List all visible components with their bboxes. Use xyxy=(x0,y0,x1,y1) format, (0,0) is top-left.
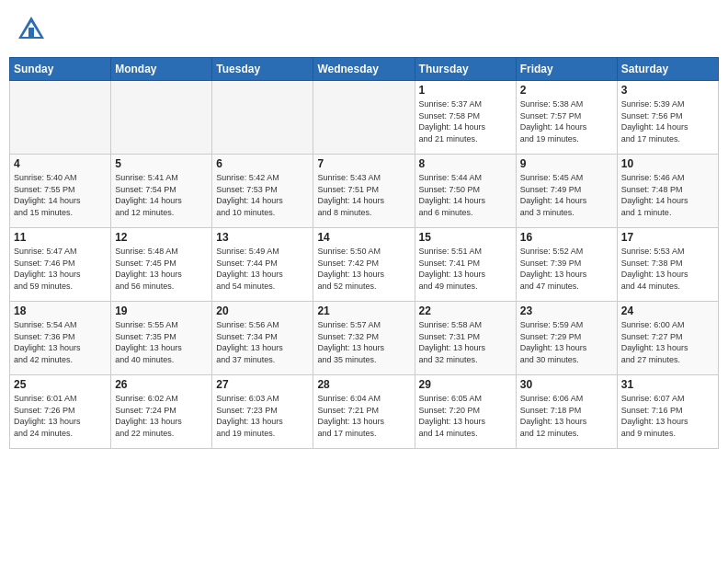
day-number: 27 xyxy=(216,378,309,391)
day-info: Sunrise: 6:03 AM Sunset: 7:23 PM Dayligh… xyxy=(216,393,309,439)
calendar-cell: 28Sunrise: 6:04 AM Sunset: 7:21 PM Dayli… xyxy=(313,375,415,449)
day-number: 12 xyxy=(115,231,208,244)
weekday-header-sunday: Sunday xyxy=(10,58,111,81)
calendar-cell: 22Sunrise: 5:58 AM Sunset: 7:31 PM Dayli… xyxy=(415,302,516,375)
day-info: Sunrise: 6:05 AM Sunset: 7:20 PM Dayligh… xyxy=(419,393,512,439)
weekday-header-wednesday: Wednesday xyxy=(313,58,415,81)
day-number: 25 xyxy=(14,378,107,391)
day-info: Sunrise: 5:46 AM Sunset: 7:48 PM Dayligh… xyxy=(621,172,714,218)
day-number: 30 xyxy=(520,378,613,391)
calendar-cell: 31Sunrise: 6:07 AM Sunset: 7:16 PM Dayli… xyxy=(617,375,718,449)
calendar-cell: 12Sunrise: 5:48 AM Sunset: 7:45 PM Dayli… xyxy=(111,228,212,302)
day-info: Sunrise: 5:53 AM Sunset: 7:38 PM Dayligh… xyxy=(621,246,714,292)
calendar-cell: 24Sunrise: 6:00 AM Sunset: 7:27 PM Dayli… xyxy=(617,302,718,375)
day-info: Sunrise: 5:59 AM Sunset: 7:29 PM Dayligh… xyxy=(520,319,613,365)
day-number: 29 xyxy=(419,378,512,391)
calendar-cell: 26Sunrise: 6:02 AM Sunset: 7:24 PM Dayli… xyxy=(111,375,212,449)
calendar-cell: 27Sunrise: 6:03 AM Sunset: 7:23 PM Dayli… xyxy=(212,375,313,449)
day-number: 2 xyxy=(520,84,613,97)
weekday-header-tuesday: Tuesday xyxy=(212,58,313,81)
day-info: Sunrise: 5:41 AM Sunset: 7:54 PM Dayligh… xyxy=(115,172,208,218)
day-info: Sunrise: 6:02 AM Sunset: 7:24 PM Dayligh… xyxy=(115,393,208,439)
day-info: Sunrise: 5:49 AM Sunset: 7:44 PM Dayligh… xyxy=(216,246,309,292)
day-number: 5 xyxy=(115,157,208,170)
calendar-cell: 10Sunrise: 5:46 AM Sunset: 7:48 PM Dayli… xyxy=(617,155,718,228)
week-row-4: 18Sunrise: 5:54 AM Sunset: 7:36 PM Dayli… xyxy=(10,302,719,375)
calendar-cell xyxy=(313,81,415,155)
header xyxy=(9,9,719,50)
day-info: Sunrise: 5:37 AM Sunset: 7:58 PM Dayligh… xyxy=(419,98,512,144)
calendar-cell: 7Sunrise: 5:43 AM Sunset: 7:51 PM Daylig… xyxy=(313,155,415,228)
day-number: 22 xyxy=(419,304,512,317)
calendar-cell: 9Sunrise: 5:45 AM Sunset: 7:49 PM Daylig… xyxy=(516,155,617,228)
day-number: 18 xyxy=(14,304,107,317)
calendar-cell: 3Sunrise: 5:39 AM Sunset: 7:56 PM Daylig… xyxy=(617,81,718,155)
calendar-cell: 8Sunrise: 5:44 AM Sunset: 7:50 PM Daylig… xyxy=(415,155,516,228)
day-info: Sunrise: 5:38 AM Sunset: 7:57 PM Dayligh… xyxy=(520,98,613,144)
day-number: 9 xyxy=(520,157,613,170)
day-number: 24 xyxy=(621,304,714,317)
day-info: Sunrise: 6:00 AM Sunset: 7:27 PM Dayligh… xyxy=(621,319,714,365)
weekday-header-friday: Friday xyxy=(516,58,617,81)
day-info: Sunrise: 5:48 AM Sunset: 7:45 PM Dayligh… xyxy=(115,246,208,292)
calendar-cell: 16Sunrise: 5:52 AM Sunset: 7:39 PM Dayli… xyxy=(516,228,617,302)
day-number: 26 xyxy=(115,378,208,391)
day-info: Sunrise: 6:07 AM Sunset: 7:16 PM Dayligh… xyxy=(621,393,714,439)
day-info: Sunrise: 5:43 AM Sunset: 7:51 PM Dayligh… xyxy=(317,172,410,218)
week-row-2: 4Sunrise: 5:40 AM Sunset: 7:55 PM Daylig… xyxy=(10,155,719,228)
weekday-header-monday: Monday xyxy=(111,58,212,81)
weekday-header-thursday: Thursday xyxy=(415,58,516,81)
calendar-cell: 23Sunrise: 5:59 AM Sunset: 7:29 PM Dayli… xyxy=(516,302,617,375)
calendar-cell xyxy=(111,81,212,155)
day-number: 15 xyxy=(419,231,512,244)
day-info: Sunrise: 5:51 AM Sunset: 7:41 PM Dayligh… xyxy=(419,246,512,292)
day-info: Sunrise: 5:45 AM Sunset: 7:49 PM Dayligh… xyxy=(520,172,613,218)
week-row-5: 25Sunrise: 6:01 AM Sunset: 7:26 PM Dayli… xyxy=(10,375,719,449)
day-number: 10 xyxy=(621,157,714,170)
day-info: Sunrise: 5:42 AM Sunset: 7:53 PM Dayligh… xyxy=(216,172,309,218)
day-info: Sunrise: 6:01 AM Sunset: 7:26 PM Dayligh… xyxy=(14,393,107,439)
day-info: Sunrise: 5:50 AM Sunset: 7:42 PM Dayligh… xyxy=(317,246,410,292)
day-number: 21 xyxy=(317,304,410,317)
day-number: 16 xyxy=(520,231,613,244)
day-info: Sunrise: 6:06 AM Sunset: 7:18 PM Dayligh… xyxy=(520,393,613,439)
week-row-1: 1Sunrise: 5:37 AM Sunset: 7:58 PM Daylig… xyxy=(10,81,719,155)
svg-rect-2 xyxy=(28,28,34,37)
day-number: 20 xyxy=(216,304,309,317)
day-number: 28 xyxy=(317,378,410,391)
calendar-cell: 25Sunrise: 6:01 AM Sunset: 7:26 PM Dayli… xyxy=(10,375,111,449)
day-number: 31 xyxy=(621,378,714,391)
day-info: Sunrise: 5:39 AM Sunset: 7:56 PM Dayligh… xyxy=(621,98,714,144)
calendar-cell: 20Sunrise: 5:56 AM Sunset: 7:34 PM Dayli… xyxy=(212,302,313,375)
day-info: Sunrise: 5:40 AM Sunset: 7:55 PM Dayligh… xyxy=(14,172,107,218)
calendar-cell: 30Sunrise: 6:06 AM Sunset: 7:18 PM Dayli… xyxy=(516,375,617,449)
calendar-cell: 17Sunrise: 5:53 AM Sunset: 7:38 PM Dayli… xyxy=(617,228,718,302)
day-info: Sunrise: 6:04 AM Sunset: 7:21 PM Dayligh… xyxy=(317,393,410,439)
calendar-cell: 29Sunrise: 6:05 AM Sunset: 7:20 PM Dayli… xyxy=(415,375,516,449)
weekday-header-row: SundayMondayTuesdayWednesdayThursdayFrid… xyxy=(10,58,719,81)
day-number: 23 xyxy=(520,304,613,317)
calendar-cell xyxy=(10,81,111,155)
calendar-cell: 5Sunrise: 5:41 AM Sunset: 7:54 PM Daylig… xyxy=(111,155,212,228)
day-number: 3 xyxy=(621,84,714,97)
day-number: 13 xyxy=(216,231,309,244)
calendar-table: SundayMondayTuesdayWednesdayThursdayFrid… xyxy=(9,57,719,449)
calendar-cell: 6Sunrise: 5:42 AM Sunset: 7:53 PM Daylig… xyxy=(212,155,313,228)
calendar-cell: 14Sunrise: 5:50 AM Sunset: 7:42 PM Dayli… xyxy=(313,228,415,302)
calendar-cell: 1Sunrise: 5:37 AM Sunset: 7:58 PM Daylig… xyxy=(415,81,516,155)
calendar-cell: 2Sunrise: 5:38 AM Sunset: 7:57 PM Daylig… xyxy=(516,81,617,155)
calendar-cell: 11Sunrise: 5:47 AM Sunset: 7:46 PM Dayli… xyxy=(10,228,111,302)
calendar-cell: 21Sunrise: 5:57 AM Sunset: 7:32 PM Dayli… xyxy=(313,302,415,375)
day-info: Sunrise: 5:55 AM Sunset: 7:35 PM Dayligh… xyxy=(115,319,208,365)
day-info: Sunrise: 5:54 AM Sunset: 7:36 PM Dayligh… xyxy=(14,319,107,365)
calendar-cell: 15Sunrise: 5:51 AM Sunset: 7:41 PM Dayli… xyxy=(415,228,516,302)
day-info: Sunrise: 5:58 AM Sunset: 7:31 PM Dayligh… xyxy=(419,319,512,365)
calendar-cell: 13Sunrise: 5:49 AM Sunset: 7:44 PM Dayli… xyxy=(212,228,313,302)
logo xyxy=(15,13,51,46)
calendar-cell: 19Sunrise: 5:55 AM Sunset: 7:35 PM Dayli… xyxy=(111,302,212,375)
week-row-3: 11Sunrise: 5:47 AM Sunset: 7:46 PM Dayli… xyxy=(10,228,719,302)
day-info: Sunrise: 5:44 AM Sunset: 7:50 PM Dayligh… xyxy=(419,172,512,218)
day-info: Sunrise: 5:56 AM Sunset: 7:34 PM Dayligh… xyxy=(216,319,309,365)
calendar-cell xyxy=(212,81,313,155)
page: SundayMondayTuesdayWednesdayThursdayFrid… xyxy=(0,0,728,563)
